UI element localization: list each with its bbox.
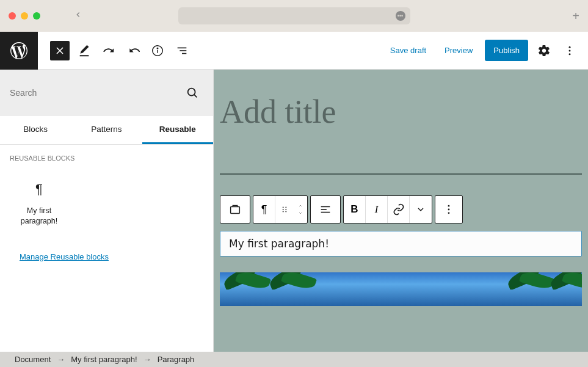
svg-point-25 [448, 212, 450, 214]
toolbar-left [38, 41, 192, 60]
svg-point-17 [285, 207, 286, 208]
publish-button[interactable]: Publish [485, 40, 528, 61]
svg-point-8 [569, 46, 571, 48]
svg-point-4 [157, 48, 158, 48]
search-input[interactable] [10, 79, 181, 106]
chevron-up-icon [297, 203, 304, 208]
svg-point-10 [569, 53, 571, 55]
link-button[interactable] [388, 196, 410, 223]
svg-line-12 [194, 95, 197, 97]
new-tab-button[interactable]: + [572, 9, 579, 23]
svg-rect-13 [231, 206, 240, 213]
svg-point-14 [283, 207, 284, 208]
italic-button[interactable]: I [366, 196, 388, 223]
block-inserter-panel: Blocks Patterns Reusable REUSABLE BLOCKS… [0, 70, 214, 352]
svg-point-11 [188, 89, 195, 96]
browser-back-button[interactable] [74, 10, 82, 21]
more-options-button[interactable] [560, 41, 579, 60]
search-icon[interactable] [181, 82, 203, 104]
bold-button[interactable]: B [344, 196, 366, 223]
address-bar[interactable]: ••• [178, 7, 410, 24]
tab-blocks[interactable]: Blocks [0, 116, 71, 144]
tab-reusable[interactable]: Reusable [142, 116, 213, 144]
breadcrumb: Document → My first paragraph! → Paragra… [0, 352, 588, 367]
post-title[interactable]: Add title [220, 70, 582, 139]
paragraph-icon: ¶ [10, 181, 68, 197]
browser-chrome: ••• + [0, 0, 588, 32]
align-button[interactable] [311, 196, 340, 223]
block-type-button[interactable]: ¶ [253, 196, 275, 223]
svg-point-9 [569, 49, 571, 51]
svg-point-19 [285, 211, 286, 213]
drag-handle[interactable] [275, 196, 294, 223]
settings-button[interactable] [534, 41, 554, 60]
block-more-button[interactable] [435, 196, 462, 223]
svg-point-15 [283, 209, 284, 210]
pilcrow-icon: ¶ [261, 203, 267, 216]
svg-point-23 [448, 205, 450, 207]
breadcrumb-separator: → [57, 355, 65, 364]
main-area: Blocks Patterns Reusable REUSABLE BLOCKS… [0, 70, 588, 352]
undo-button[interactable] [99, 41, 118, 60]
block-grid: ¶ My first paragraph! [0, 169, 213, 239]
svg-point-16 [283, 211, 284, 213]
block-toolbar: ¶ B I [220, 195, 582, 223]
featured-image[interactable] [220, 272, 582, 306]
move-block-buttons[interactable] [294, 196, 307, 223]
close-window-button[interactable] [9, 12, 16, 20]
window-controls [9, 12, 40, 20]
toggle-inserter-button[interactable] [50, 41, 70, 60]
editor-toolbar: Save draft Preview Publish [0, 32, 588, 70]
minimize-window-button[interactable] [21, 12, 28, 20]
list-view-button[interactable] [172, 41, 192, 60]
chevron-down-icon [297, 211, 304, 216]
reusable-block-item[interactable]: ¶ My first paragraph! [6, 172, 72, 236]
tab-patterns[interactable]: Patterns [71, 116, 142, 144]
inserter-tabs: Blocks Patterns Reusable [0, 116, 213, 145]
save-draft-button[interactable]: Save draft [384, 41, 432, 60]
breadcrumb-paragraph[interactable]: Paragraph [158, 355, 195, 364]
preview-button[interactable]: Preview [438, 41, 479, 60]
breadcrumb-reusable[interactable]: My first paragraph! [71, 355, 137, 364]
reader-mode-icon[interactable]: ••• [396, 11, 405, 21]
more-format-button[interactable] [410, 196, 432, 223]
title-separator [220, 173, 582, 175]
editor-canvas: Add title ¶ [214, 70, 588, 352]
select-parent-button[interactable] [220, 196, 250, 223]
redo-button[interactable] [123, 41, 143, 60]
info-button[interactable] [148, 41, 167, 60]
wordpress-logo[interactable] [0, 32, 38, 70]
toolbar-right: Save draft Preview Publish [384, 40, 588, 61]
manage-reusable-link[interactable]: Manage Reusable blocks [0, 239, 213, 275]
breadcrumb-separator: → [143, 355, 151, 364]
svg-point-24 [448, 209, 450, 211]
reusable-heading: REUSABLE BLOCKS [0, 145, 213, 169]
search-row [0, 70, 213, 116]
paragraph-block[interactable]: My first paragraph! [220, 231, 582, 256]
maximize-window-button[interactable] [33, 12, 40, 20]
breadcrumb-document[interactable]: Document [15, 355, 51, 364]
reusable-block-label: My first paragraph! [10, 206, 68, 227]
svg-point-18 [285, 209, 286, 210]
edit-mode-button[interactable] [74, 41, 94, 60]
